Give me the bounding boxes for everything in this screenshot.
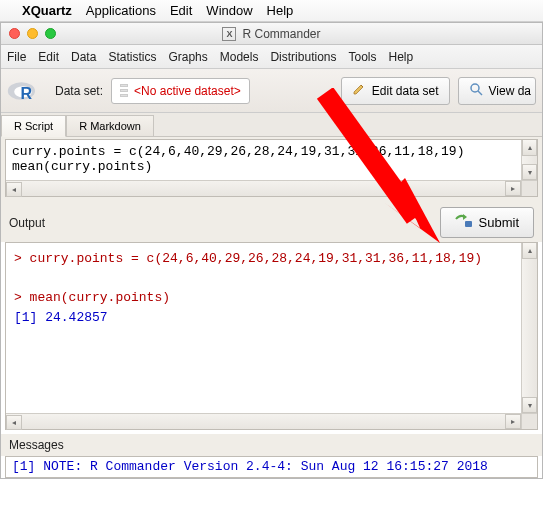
x11-icon: X: [222, 27, 236, 41]
menu-file[interactable]: File: [7, 50, 26, 64]
script-line-1: curry.points = c(24,6,40,29,26,28,24,19,…: [12, 144, 464, 159]
scroll-right-icon[interactable]: ▸: [505, 181, 521, 196]
menu-tools[interactable]: Tools: [348, 50, 376, 64]
menu-help[interactable]: Help: [389, 50, 414, 64]
output-label: Output: [9, 216, 45, 230]
output-vscrollbar[interactable]: ▴ ▾: [521, 243, 537, 413]
app-menubar: File Edit Data Statistics Graphs Models …: [1, 45, 542, 69]
magnifier-icon: [469, 82, 483, 99]
messages-label: Messages: [1, 434, 542, 456]
dataset-selector[interactable]: <No active dataset>: [111, 78, 250, 104]
scroll-down-icon[interactable]: ▾: [522, 164, 537, 180]
zoom-window-button[interactable]: [45, 28, 56, 39]
tab-r-markdown[interactable]: R Markdown: [66, 115, 154, 136]
scroll-corner: [521, 180, 537, 196]
script-tabs: R Script R Markdown: [1, 113, 542, 137]
scroll-corner: [521, 413, 537, 429]
scroll-right-icon[interactable]: ▸: [505, 414, 521, 429]
output-cmd-2: > mean(curry.points): [14, 290, 170, 305]
messages-line: [1] NOTE: R Commander Version 2.4-4: Sun…: [12, 459, 488, 474]
mac-menu-applications[interactable]: Applications: [86, 3, 156, 18]
output-header: Output Submit: [1, 201, 542, 242]
script-editor[interactable]: curry.points = c(24,6,40,29,26,28,24,19,…: [5, 139, 538, 197]
toolbar: R Data set: <No active dataset> Edit dat…: [1, 69, 542, 113]
scroll-up-icon[interactable]: ▴: [522, 140, 537, 156]
output-cmd-1: > curry.points = c(24,6,40,29,26,28,24,1…: [14, 251, 482, 266]
menu-distributions[interactable]: Distributions: [270, 50, 336, 64]
edit-dataset-button[interactable]: Edit data set: [341, 77, 450, 105]
view-dataset-label: View da: [489, 84, 531, 98]
menu-models[interactable]: Models: [220, 50, 259, 64]
dataset-label: Data set:: [55, 84, 103, 98]
menu-edit[interactable]: Edit: [38, 50, 59, 64]
close-window-button[interactable]: [9, 28, 20, 39]
grip-icon: [120, 84, 128, 97]
mac-menu-app[interactable]: XQuartz: [22, 3, 72, 18]
mac-menubar: XQuartz Applications Edit Window Help: [0, 0, 543, 22]
scroll-down-icon[interactable]: ▾: [522, 397, 537, 413]
output-hscrollbar[interactable]: ◂ ▸: [6, 413, 521, 429]
edit-dataset-label: Edit data set: [372, 84, 439, 98]
script-vscrollbar[interactable]: ▴ ▾: [521, 140, 537, 180]
dataset-value: <No active dataset>: [134, 84, 241, 98]
submit-arrow-icon: [455, 213, 473, 232]
mac-menu-window[interactable]: Window: [206, 3, 252, 18]
menu-graphs[interactable]: Graphs: [168, 50, 207, 64]
submit-button[interactable]: Submit: [440, 207, 534, 238]
svg-point-3: [471, 84, 479, 92]
menu-data[interactable]: Data: [71, 50, 96, 64]
mac-menu-edit[interactable]: Edit: [170, 3, 192, 18]
tab-r-script[interactable]: R Script: [1, 115, 66, 137]
pencil-icon: [352, 82, 366, 99]
svg-line-4: [478, 91, 482, 95]
menu-statistics[interactable]: Statistics: [108, 50, 156, 64]
script-line-2: mean(curry.points): [12, 159, 152, 174]
window-title: R Commander: [242, 27, 320, 41]
svg-text:R: R: [21, 85, 33, 102]
script-hscrollbar[interactable]: ◂ ▸: [6, 180, 521, 196]
window-frame: X R Commander File Edit Data Statistics …: [0, 22, 543, 479]
scroll-up-icon[interactable]: ▴: [522, 243, 537, 259]
titlebar: X R Commander: [1, 23, 542, 45]
submit-label: Submit: [479, 215, 519, 230]
scroll-left-icon[interactable]: ◂: [6, 415, 22, 430]
scroll-left-icon[interactable]: ◂: [6, 182, 22, 197]
minimize-window-button[interactable]: [27, 28, 38, 39]
r-logo-icon: R: [7, 78, 39, 104]
messages-console[interactable]: [1] NOTE: R Commander Version 2.4-4: Sun…: [5, 456, 538, 478]
svg-rect-5: [465, 221, 472, 227]
script-panel: curry.points = c(24,6,40,29,26,28,24,19,…: [1, 137, 542, 201]
view-dataset-button[interactable]: View da: [458, 77, 536, 105]
output-result: [1] 24.42857: [14, 310, 108, 325]
mac-menu-help[interactable]: Help: [267, 3, 294, 18]
output-console[interactable]: > curry.points = c(24,6,40,29,26,28,24,1…: [5, 242, 538, 430]
